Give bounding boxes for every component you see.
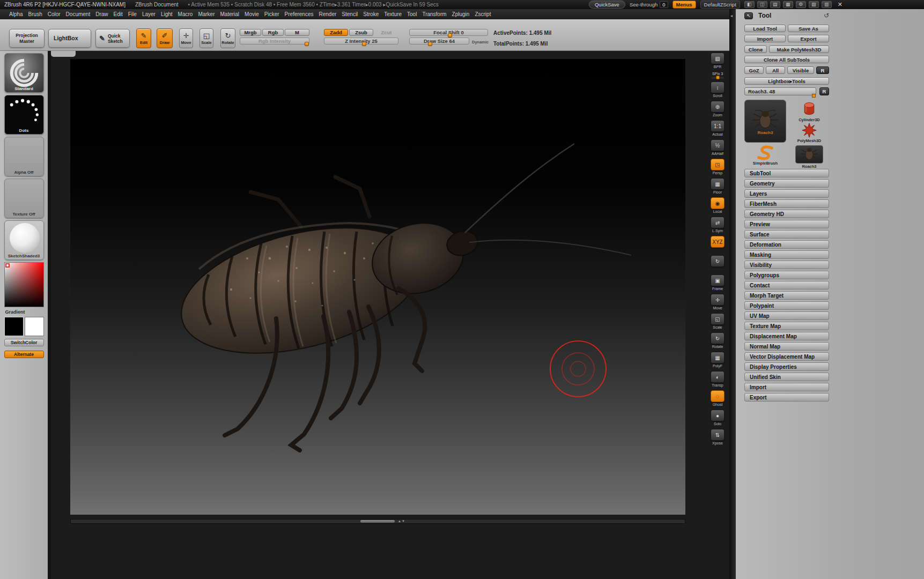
right-shelf-button[interactable]: ⇅ Xpose bbox=[711, 429, 725, 446]
right-shelf-button[interactable]: ↻ bbox=[711, 255, 725, 272]
goz-all-button[interactable]: All bbox=[766, 66, 785, 74]
right-shelf-button[interactable]: ◱ Scale bbox=[711, 313, 725, 330]
quicksave-button[interactable]: QuickSave bbox=[589, 1, 625, 9]
goz-r-button[interactable]: R bbox=[816, 66, 829, 74]
slider-handle[interactable] bbox=[362, 42, 366, 46]
m-button[interactable]: M bbox=[285, 29, 309, 36]
palette-section[interactable]: Displacement Map bbox=[744, 332, 829, 340]
move-button[interactable]: ✛ Move bbox=[179, 28, 193, 48]
window-icon[interactable]: ◫ bbox=[757, 1, 767, 8]
right-tray-divider[interactable]: ◂ bbox=[729, 9, 736, 579]
menu-item[interactable]: Draw bbox=[93, 11, 110, 17]
palette-section[interactable]: Surface bbox=[744, 230, 829, 239]
clone-button[interactable]: Clone bbox=[744, 46, 767, 53]
document-canvas[interactable] bbox=[70, 59, 685, 515]
menu-item[interactable]: Transform bbox=[419, 11, 449, 17]
polymesh3d-thumbnail[interactable]: PolyMesh3D bbox=[792, 123, 827, 143]
alpha-thumbnail[interactable]: Alpha Off bbox=[4, 137, 44, 176]
spix-track[interactable] bbox=[711, 77, 724, 79]
spix-handle[interactable] bbox=[716, 76, 720, 79]
menu-item[interactable]: Stencil bbox=[339, 11, 360, 17]
make-polymesh3d-button[interactable]: Make PolyMesh3D bbox=[769, 46, 829, 53]
zcut-button[interactable]: Zcut bbox=[374, 29, 398, 36]
projection-master-button[interactable]: Projection Master bbox=[9, 29, 45, 48]
right-shelf-button[interactable]: ▦ Floor bbox=[711, 178, 725, 195]
save-as-button[interactable]: Save As bbox=[788, 25, 829, 32]
menu-item[interactable]: Document bbox=[63, 11, 93, 17]
cylinder3d-thumbnail[interactable]: Cylinder3D bbox=[792, 101, 827, 122]
palette-section[interactable]: Masking bbox=[744, 250, 829, 259]
window-icon[interactable]: ◧ bbox=[744, 1, 755, 8]
palette-section[interactable]: Layers bbox=[744, 189, 829, 198]
scale-button[interactable]: ◱ Scale bbox=[199, 28, 213, 48]
menu-item[interactable]: Material bbox=[218, 11, 242, 17]
main-color-swatch[interactable] bbox=[4, 317, 24, 336]
zadd-button[interactable]: Zadd bbox=[324, 29, 348, 36]
alternate-button[interactable]: Alternate bbox=[4, 351, 44, 358]
quick-sketch-button[interactable]: ✎ Quick Sketch bbox=[95, 29, 130, 48]
slider-handle[interactable] bbox=[448, 33, 452, 38]
tray-handle-tab[interactable] bbox=[51, 51, 76, 57]
switch-color-button[interactable]: SwitchColor bbox=[4, 339, 44, 346]
right-shelf-button[interactable]: ◉ Local bbox=[711, 197, 725, 214]
right-shelf-button[interactable]: ↻ Rotate bbox=[711, 332, 725, 349]
window-icon[interactable]: ▦ bbox=[783, 1, 793, 8]
menu-item[interactable]: Texture bbox=[381, 11, 404, 17]
window-icon[interactable]: ▤ bbox=[770, 1, 780, 8]
zsub-button[interactable]: Zsub bbox=[349, 29, 373, 36]
palette-section[interactable]: Normal Map bbox=[744, 342, 829, 351]
palette-section[interactable]: Geometry bbox=[744, 179, 829, 188]
menu-item[interactable]: Picker bbox=[262, 11, 282, 17]
menu-item[interactable]: File bbox=[125, 11, 139, 17]
close-icon[interactable]: ✕ bbox=[838, 1, 842, 8]
menu-item[interactable]: Brush bbox=[26, 11, 45, 17]
palette-section[interactable]: Polygroups bbox=[744, 271, 829, 279]
edit-button[interactable]: ✎ Edit bbox=[136, 28, 151, 48]
slider-handle[interactable] bbox=[428, 42, 432, 46]
palette-section[interactable]: UV Map bbox=[744, 311, 829, 320]
palette-section[interactable]: Import bbox=[744, 383, 829, 391]
right-shelf-button[interactable]: XYZ bbox=[711, 236, 725, 253]
rotate-button[interactable]: ↻ Rotate bbox=[220, 28, 235, 48]
load-tool-button[interactable]: Load Tool bbox=[744, 25, 786, 32]
menu-item[interactable]: Marker bbox=[195, 11, 217, 17]
right-shelf-button[interactable]: ✛ Move bbox=[711, 294, 725, 310]
right-shelf-button[interactable]: ● Solo bbox=[711, 410, 725, 426]
right-shelf-button[interactable]: 1:1 Actual bbox=[711, 120, 725, 137]
palette-section[interactable]: FiberMesh bbox=[744, 199, 829, 208]
right-shelf-button[interactable]: ⊕ Zoom bbox=[711, 101, 725, 117]
lightbox-button[interactable]: LightBox bbox=[48, 29, 91, 48]
menu-item[interactable]: Alpha bbox=[6, 11, 26, 17]
color-picker[interactable] bbox=[4, 262, 44, 307]
right-shelf-button[interactable]: ◳ Persp bbox=[711, 159, 725, 175]
palette-section[interactable]: Morph Target bbox=[744, 291, 829, 300]
recent-tool-thumbnail[interactable]: Roach3 bbox=[792, 145, 827, 169]
right-shelf-button[interactable]: ▣ Frame bbox=[711, 274, 725, 291]
right-shelf-button[interactable]: ◌ Ghost bbox=[711, 390, 725, 407]
palette-dock-icon[interactable]: ↖ bbox=[744, 12, 753, 19]
slider-handle[interactable] bbox=[305, 42, 309, 46]
palette-section[interactable]: SubTool bbox=[744, 169, 829, 177]
palette-section[interactable]: Contact bbox=[744, 281, 829, 290]
right-shelf-button[interactable]: ½ AAHalf bbox=[711, 139, 725, 156]
scroll-arrows[interactable]: ▲▼ bbox=[398, 519, 405, 523]
focal-shift-slider[interactable]: Focal Shift 0 bbox=[409, 29, 488, 36]
menu-item[interactable]: Movie bbox=[242, 11, 262, 17]
z-intensity-slider[interactable]: Z Intensity 25 bbox=[324, 38, 398, 44]
menu-item[interactable]: Color bbox=[45, 11, 63, 17]
current-tool-r-button[interactable]: R bbox=[819, 87, 829, 95]
material-thumbnail[interactable]: SketchShaded3 bbox=[4, 220, 44, 260]
menu-item[interactable]: Tool bbox=[404, 11, 419, 17]
menus-button[interactable]: Menus bbox=[672, 1, 696, 9]
menu-item[interactable]: Zscript bbox=[472, 11, 493, 17]
spix-slider[interactable]: SPix 3 bbox=[711, 72, 724, 79]
palette-section[interactable]: Visibility bbox=[744, 261, 829, 269]
active-tool-thumbnail[interactable]: Roach3 bbox=[744, 100, 786, 143]
rgb-button[interactable]: Rgb bbox=[262, 29, 284, 36]
refresh-icon[interactable]: ↺ bbox=[824, 12, 829, 19]
secondary-color-swatch[interactable] bbox=[25, 317, 44, 336]
palette-section[interactable]: Preview bbox=[744, 220, 829, 228]
palette-section[interactable]: Unified Skin bbox=[744, 373, 829, 381]
bpr-button[interactable]: ▧ BPR bbox=[711, 53, 725, 69]
clone-all-subtools-button[interactable]: Clone All SubTools bbox=[744, 56, 829, 63]
